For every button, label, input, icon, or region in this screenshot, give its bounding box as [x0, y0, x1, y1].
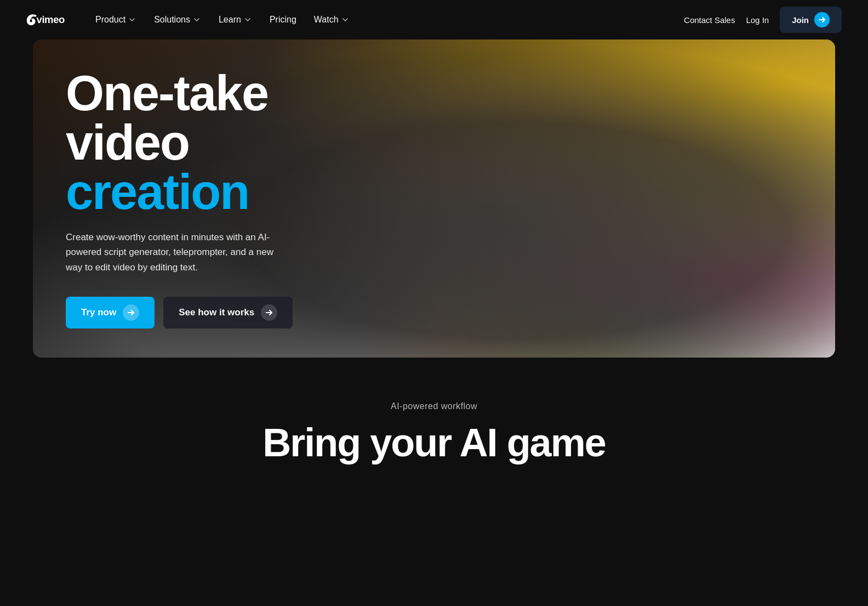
hero-title-line1: One-take: [66, 66, 268, 121]
navbar-left: vimeo Product Solutions Learn: [26, 10, 357, 29]
see-how-label: See how it works: [179, 307, 254, 318]
hero-subtitle: Create wow-worthy content in minutes wit…: [66, 230, 285, 275]
nav-item-product[interactable]: Product: [88, 10, 144, 29]
svg-text:vimeo: vimeo: [37, 14, 65, 25]
ai-powered-label: AI-powered workflow: [26, 401, 842, 411]
see-how-arrow-icon: [261, 304, 277, 321]
hero-title-line2: video: [66, 115, 189, 170]
navbar-right: Contact Sales Log In Join: [684, 7, 842, 33]
contact-sales-link[interactable]: Contact Sales: [684, 15, 735, 25]
join-label: Join: [792, 15, 809, 25]
chevron-down-icon: [341, 15, 350, 24]
nav-label-learn: Learn: [219, 15, 241, 25]
logo[interactable]: vimeo: [26, 11, 70, 29]
chevron-down-icon: [243, 15, 252, 24]
nav-item-learn[interactable]: Learn: [211, 10, 260, 29]
join-arrow-icon: [814, 12, 830, 27]
hero-title-line3: creation: [66, 165, 249, 219]
hero-section: One-take video creation Create wow-worth…: [33, 39, 835, 358]
nav-item-watch[interactable]: Watch: [306, 10, 357, 29]
see-how-button[interactable]: See how it works: [163, 297, 293, 329]
try-now-button[interactable]: Try now: [66, 297, 155, 329]
nav-label-pricing: Pricing: [270, 15, 296, 25]
hero-buttons: Try now See how it works: [66, 297, 441, 329]
nav-label-product: Product: [95, 15, 125, 25]
chevron-down-icon: [192, 15, 201, 24]
nav-item-solutions[interactable]: Solutions: [146, 10, 209, 29]
hero-content: One-take video creation Create wow-worth…: [33, 39, 474, 358]
nav-label-watch: Watch: [314, 15, 339, 25]
nav-label-solutions: Solutions: [154, 15, 190, 25]
try-now-label: Try now: [81, 307, 116, 318]
below-hero-section: AI-powered workflow Bring your AI game: [0, 358, 868, 486]
hero-title: One-take video creation: [66, 69, 441, 217]
bring-title: Bring your AI game: [26, 422, 842, 464]
try-now-arrow-icon: [123, 304, 139, 321]
nav-item-pricing[interactable]: Pricing: [262, 10, 304, 29]
chevron-down-icon: [128, 15, 136, 24]
nav-items: Product Solutions Learn Pricing: [88, 10, 357, 29]
join-button[interactable]: Join: [780, 7, 842, 33]
navbar: vimeo Product Solutions Learn: [0, 0, 868, 39]
arrow-right-icon: [818, 16, 826, 24]
login-button[interactable]: Log In: [746, 15, 769, 25]
